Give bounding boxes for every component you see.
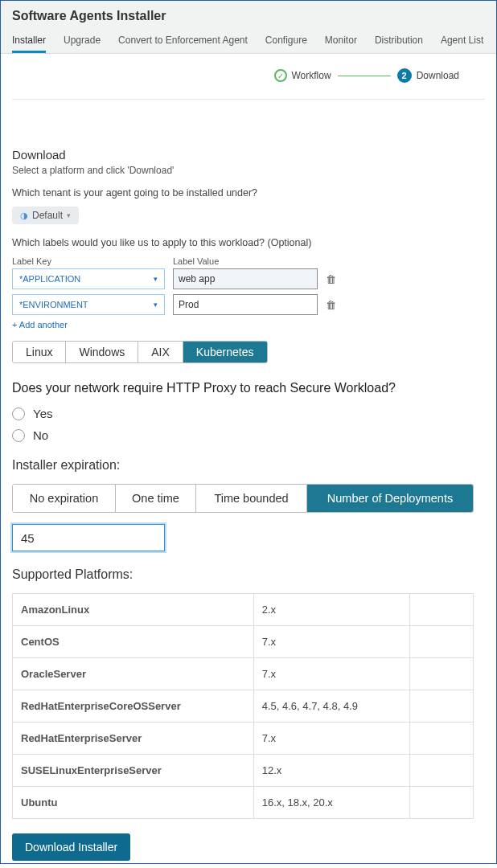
tenant-value: Default: [32, 210, 63, 221]
download-heading: Download: [12, 148, 485, 162]
platform-version: 7.x: [253, 723, 409, 755]
table-row: RedHatEnterpriseServer7.x: [13, 723, 474, 755]
tab-monitor[interactable]: Monitor: [325, 30, 357, 53]
workflow-step-2-label: Download: [417, 70, 459, 81]
platform-name: CentOS: [13, 626, 254, 658]
step-number-icon: 2: [397, 68, 412, 83]
platform-name: RedHatEnterpriseServer: [13, 723, 254, 755]
workflow-step-1-label: Workflow: [292, 70, 331, 81]
exp-num-deployments[interactable]: Number of Deployments: [307, 485, 473, 512]
chevron-down-icon: ▾: [154, 275, 158, 283]
header: Software Agents Installer Installer Upgr…: [1, 1, 496, 54]
platform-kubernetes[interactable]: Kubernetes: [183, 342, 268, 362]
content: Download Select a platform and click 'Do…: [1, 100, 496, 864]
platform-linux[interactable]: Linux: [13, 342, 66, 362]
radio-icon[interactable]: [12, 407, 25, 420]
proxy-no-label: No: [33, 428, 48, 442]
label-key-select-0[interactable]: *APPLICATION ▾: [12, 268, 165, 289]
chevron-down-icon: ▾: [154, 301, 158, 309]
platform-aix[interactable]: AIX: [138, 342, 183, 362]
workflow-step-1: ✓ Workflow: [274, 69, 331, 82]
label-row-1: *ENVIRONMENT ▾ 🗑: [12, 294, 485, 315]
platform-version: 4.5, 4.6, 4.7, 4.8, 4.9: [253, 690, 409, 723]
table-row: Ubuntu16.x, 18.x, 20.x: [13, 787, 474, 819]
labels-question: Which labels would you like us to apply …: [12, 237, 485, 248]
proxy-yes-label: Yes: [33, 407, 52, 420]
proxy-yes-row[interactable]: Yes: [12, 407, 485, 420]
radio-icon[interactable]: [12, 429, 25, 442]
deployments-input[interactable]: [12, 524, 165, 551]
platform-name: AmazonLinux: [13, 594, 254, 626]
delete-icon[interactable]: 🗑: [326, 299, 336, 311]
platform-name: SUSELinuxEnterpriseServer: [13, 755, 254, 787]
app-window: Software Agents Installer Installer Upgr…: [0, 0, 497, 864]
tab-distribution[interactable]: Distribution: [375, 30, 423, 53]
platform-version: 2.x: [253, 594, 409, 626]
page-title: Software Agents Installer: [12, 9, 485, 23]
label-key-select-1[interactable]: *ENVIRONMENT ▾: [12, 294, 165, 315]
table-row: RedHatEnterpriseCoreOSServer4.5, 4.6, 4.…: [13, 690, 474, 723]
table-row: AmazonLinux2.x: [13, 594, 474, 626]
check-icon: ✓: [274, 69, 287, 82]
label-value-header: Label Value: [173, 256, 219, 266]
tab-configure[interactable]: Configure: [265, 30, 307, 53]
download-subheading: Select a platform and click 'Download': [12, 165, 485, 176]
proxy-question: Does your network require HTTP Proxy to …: [12, 381, 485, 395]
tab-agent-list[interactable]: Agent List: [441, 30, 483, 53]
add-another-link[interactable]: + Add another: [12, 320, 485, 330]
expiration-heading: Installer expiration:: [12, 458, 485, 473]
table-row: CentOS7.x: [13, 626, 474, 658]
platform-name: OracleServer: [13, 658, 254, 690]
label-key-1-value: *ENVIRONMENT: [19, 300, 88, 309]
platform-name: Ubuntu: [13, 787, 254, 819]
supported-heading: Supported Platforms:: [12, 567, 485, 582]
label-key-0-value: *APPLICATION: [19, 274, 80, 284]
label-headers: Label Key Label Value: [12, 256, 485, 266]
tenant-question: Which tenant is your agent going to be i…: [12, 187, 485, 199]
top-tabs: Installer Upgrade Convert to Enforcement…: [12, 30, 485, 53]
platform-version: 16.x, 18.x, 20.x: [253, 787, 409, 819]
tab-installer[interactable]: Installer: [12, 30, 46, 53]
label-value-input-0[interactable]: [173, 268, 318, 289]
tenant-icon: ◑: [20, 211, 28, 221]
workflow-steps: ✓ Workflow 2 Download: [1, 54, 496, 91]
exp-time-bounded[interactable]: Time bounded: [196, 485, 307, 512]
table-row: SUSELinuxEnterpriseServer12.x: [13, 755, 474, 787]
tab-upgrade[interactable]: Upgrade: [64, 30, 101, 53]
download-installer-button[interactable]: Download Installer: [12, 833, 130, 861]
proxy-no-row[interactable]: No: [12, 428, 485, 442]
label-key-header: Label Key: [12, 256, 165, 266]
platform-version: 12.x: [253, 755, 409, 787]
exp-one-time[interactable]: One time: [116, 485, 196, 512]
platform-segmented: Linux Windows AIX Kubernetes: [12, 341, 268, 363]
workflow-connector: [338, 76, 391, 76]
chevron-down-icon: ▾: [67, 211, 71, 219]
platform-windows[interactable]: Windows: [66, 342, 138, 362]
platform-name: RedHatEnterpriseCoreOSServer: [13, 690, 254, 723]
platform-version: 7.x: [253, 626, 409, 658]
platform-version: 7.x: [253, 658, 409, 690]
exp-no-expiration[interactable]: No expiration: [13, 485, 116, 512]
supported-platforms-table: AmazonLinux2.x CentOS7.x OracleServer7.x…: [12, 593, 474, 819]
tab-convert[interactable]: Convert to Enforcement Agent: [118, 30, 248, 53]
tenant-dropdown[interactable]: ◑ Default ▾: [12, 207, 79, 224]
delete-icon[interactable]: 🗑: [326, 273, 336, 285]
expiration-segmented: No expiration One time Time bounded Numb…: [12, 484, 474, 513]
table-row: OracleServer7.x: [13, 658, 474, 690]
label-row-0: *APPLICATION ▾ 🗑: [12, 268, 485, 289]
label-value-input-1[interactable]: [173, 294, 318, 315]
workflow-step-2: 2 Download: [397, 68, 459, 83]
